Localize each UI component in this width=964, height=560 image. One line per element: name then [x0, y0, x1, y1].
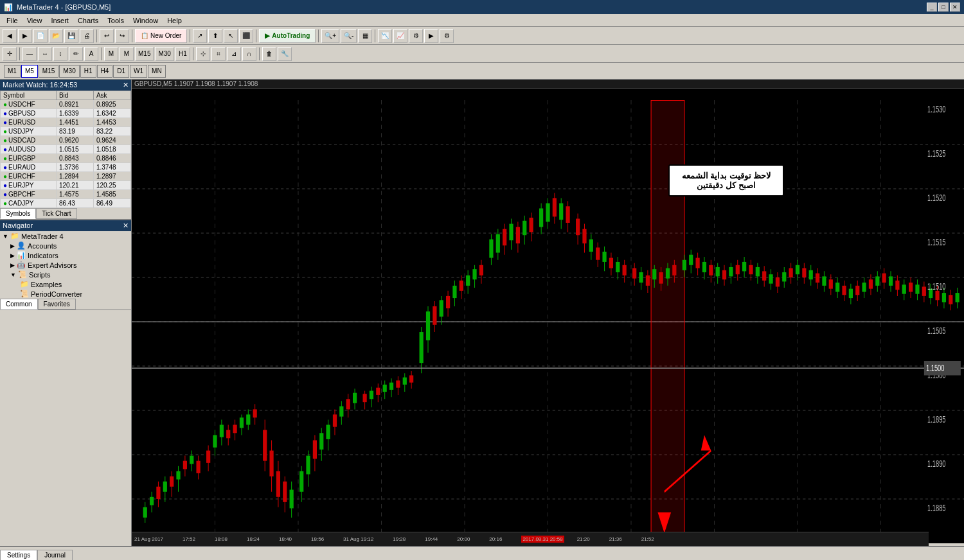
- tool4[interactable]: ⬛: [239, 29, 253, 43]
- autotrading-button[interactable]: ▶ AutoTrading: [259, 29, 316, 43]
- chart-type-button[interactable]: ▦: [358, 29, 372, 43]
- redo-button[interactable]: ↪: [115, 29, 129, 43]
- mw-symbol[interactable]: ●EURCHF: [1, 172, 57, 181]
- candle-chart[interactable]: 1.1530 1.1525 1.1520 1.1515 1.1510 1.150…: [132, 100, 964, 543]
- nav-tree-item[interactable]: ▶ 👤 Accounts: [0, 241, 131, 250]
- print-button[interactable]: 🖨: [80, 29, 94, 43]
- new-order-button[interactable]: 📋 New Order: [135, 29, 187, 43]
- mw-ask: 1.4453: [93, 118, 130, 127]
- tool2[interactable]: ⬆: [208, 29, 222, 43]
- forward-button[interactable]: ▶: [18, 29, 32, 43]
- tool1[interactable]: ↗: [193, 29, 207, 43]
- market-watch-close[interactable]: ✕: [123, 81, 129, 89]
- mw-symbol[interactable]: ●EURGBP: [1, 154, 57, 163]
- label4[interactable]: M30: [155, 47, 174, 61]
- period-m15[interactable]: M15: [39, 65, 58, 78]
- chart-area[interactable]: GBPUSD,M5 1.1907 1.1908 1.1907 1.1908: [132, 80, 964, 546]
- menu-tools[interactable]: Tools: [103, 15, 128, 26]
- close-button[interactable]: ✕: [950, 3, 960, 12]
- channel-button[interactable]: ⌗: [211, 47, 226, 61]
- menu-insert[interactable]: Insert: [47, 15, 73, 26]
- bottom-tab-journal[interactable]: Journal: [37, 550, 73, 560]
- text-button[interactable]: A: [84, 47, 98, 61]
- indicator1[interactable]: 📉: [378, 29, 392, 43]
- mw-symbol[interactable]: ●USDCHF: [1, 100, 57, 109]
- mw-symbol[interactable]: ●AUDUSD: [1, 145, 57, 154]
- mw-symbol[interactable]: ●GBPUSD: [1, 109, 57, 118]
- navigator-close[interactable]: ✕: [123, 222, 129, 230]
- nav-tree-item[interactable]: ▶ 🤖 Expert Advisors: [0, 260, 131, 270]
- undo-button[interactable]: ↩: [100, 29, 114, 43]
- mw-symbol[interactable]: ●USDJPY: [1, 127, 57, 136]
- period-w1[interactable]: W1: [130, 65, 147, 78]
- vline-button[interactable]: ↕: [53, 47, 67, 61]
- mw-symbol[interactable]: ●EURUSD: [1, 118, 57, 127]
- arc-button[interactable]: ∩: [242, 47, 256, 61]
- maximize-button[interactable]: □: [938, 3, 949, 12]
- open-button[interactable]: 📂: [49, 29, 63, 43]
- mw-symbol[interactable]: ●GBPCHF: [1, 190, 57, 199]
- crosshair-button[interactable]: ✛: [3, 47, 17, 61]
- hline-button[interactable]: ↔: [38, 47, 52, 61]
- svg-rect-37: [196, 461, 200, 473]
- svg-rect-83: [362, 394, 366, 402]
- play-button[interactable]: ▶: [424, 29, 438, 43]
- bottom-tab-settings[interactable]: Settings: [0, 550, 37, 560]
- svg-rect-115: [472, 269, 476, 279]
- label1[interactable]: M: [104, 47, 118, 61]
- mw-symbol[interactable]: ●CADJPY: [1, 199, 57, 208]
- period-m5[interactable]: M5: [21, 65, 38, 78]
- line-button[interactable]: —: [22, 47, 37, 61]
- period-mn[interactable]: MN: [148, 65, 166, 78]
- sep-t2-4: [259, 48, 260, 60]
- menu-view[interactable]: View: [23, 15, 46, 26]
- period-h1[interactable]: H1: [80, 65, 96, 78]
- tree-icon: 📁: [20, 280, 29, 288]
- save-button[interactable]: 💾: [64, 29, 78, 43]
- zoom-out-button[interactable]: 🔍-: [341, 29, 357, 43]
- indicator3[interactable]: ⚙: [409, 29, 423, 43]
- pen-button[interactable]: ✏: [69, 47, 83, 61]
- period-m30[interactable]: M30: [59, 65, 79, 78]
- back-button[interactable]: ◀: [3, 29, 17, 43]
- mw-symbol[interactable]: ●EURJPY: [1, 181, 57, 190]
- period-d1[interactable]: D1: [113, 65, 129, 78]
- zoom-in-button[interactable]: 🔍+: [321, 29, 339, 43]
- nav-tree-item[interactable]: 📜 PeriodConverter: [0, 289, 131, 299]
- delete-button[interactable]: 🗑: [262, 47, 276, 61]
- indicator2[interactable]: 📈: [393, 29, 407, 43]
- menu-help[interactable]: Help: [163, 15, 186, 26]
- fan-button[interactable]: ⊿: [227, 47, 241, 61]
- svg-rect-77: [339, 407, 343, 417]
- nav-tree-item[interactable]: ▼ 📁 MetaTrader 4: [0, 231, 131, 241]
- titlebar-controls[interactable]: _ □ ✕: [927, 3, 960, 12]
- prop-button[interactable]: 🔧: [278, 47, 292, 61]
- svg-rect-99: [420, 332, 424, 363]
- menu-file[interactable]: File: [3, 15, 22, 26]
- period-h4[interactable]: H4: [97, 65, 113, 78]
- tab-symbols[interactable]: Symbols: [0, 208, 36, 219]
- nav-tree-item[interactable]: 📁 Examples: [0, 279, 131, 289]
- tool3[interactable]: ↖: [224, 29, 238, 43]
- tab-tick-chart[interactable]: Tick Chart: [36, 208, 76, 219]
- label2[interactable]: M: [120, 47, 134, 61]
- nav-tree-item[interactable]: ▼ 📜 Scripts: [0, 270, 131, 279]
- svg-rect-186: [722, 270, 726, 279]
- settings-button[interactable]: ⚙: [440, 29, 454, 43]
- period-m1[interactable]: M1: [4, 65, 21, 78]
- nav-tree-item[interactable]: ▶ 📊 Indicators: [0, 250, 131, 260]
- annotation-line1: لاحظ توقيت بداية الشمعه: [677, 171, 775, 180]
- menu-charts[interactable]: Charts: [74, 15, 102, 26]
- label3[interactable]: M15: [135, 47, 154, 61]
- minimize-button[interactable]: _: [927, 3, 937, 12]
- time-label-2: 17:52: [183, 536, 195, 542]
- fibo-button[interactable]: ⊹: [196, 47, 210, 61]
- svg-rect-137: [553, 198, 557, 216]
- new-chart-button[interactable]: 📄: [33, 29, 48, 43]
- nav-tab-common[interactable]: Common: [0, 299, 38, 310]
- menu-window[interactable]: Window: [129, 15, 162, 26]
- mw-symbol[interactable]: ●USDCAD: [1, 136, 57, 145]
- mw-symbol[interactable]: ●EURAUD: [1, 163, 57, 172]
- label5[interactable]: H1: [175, 47, 190, 61]
- nav-tab-favorites[interactable]: Favorites: [38, 299, 76, 310]
